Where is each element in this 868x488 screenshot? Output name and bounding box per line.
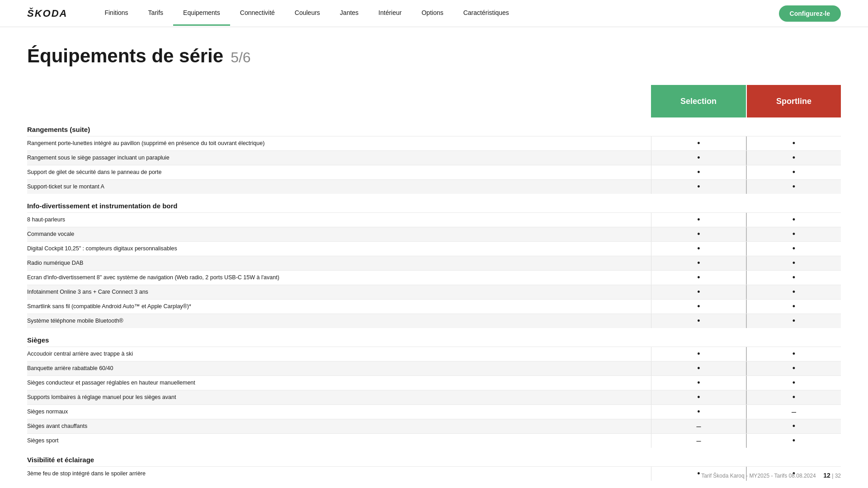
cell-selection: • [651,405,746,419]
cell-feature: Support-ticket sur le montant A [27,180,651,194]
table-row: Support-ticket sur le montant A • • [27,179,841,194]
cell-feature: Sièges conducteur et passager réglables … [27,376,651,390]
page-current: 12 [823,472,830,479]
cell-feature: Système téléphone mobile Bluetooth® [27,314,651,328]
cell-selection: • [651,271,746,285]
section-col-sportline-sieges [746,336,841,344]
cell-feature: Support de gilet de sécurité dans le pan… [27,165,651,179]
cell-selection: • [651,347,746,361]
cell-sportline: • [746,136,841,150]
table-row: Sièges conducteur et passager réglables … [27,375,841,390]
cell-feature: Rangement sous le siège passager incluan… [27,151,651,165]
section-header-sieges: Sièges [27,328,841,347]
cell-sportline: • [746,300,841,314]
section-label-visibilite: Visibilité et éclairage [27,456,651,464]
cell-selection: – [651,434,746,448]
section-col-sportline-rangements [746,126,841,133]
section-col-selection-visibilite [651,456,746,464]
page-title-area: Équipements de série 5/6 [27,45,841,67]
cell-sportline: • [746,213,841,227]
cell-feature: Ecran d'info-divertissement 8" avec syst… [27,271,651,285]
nav-equipements[interactable]: Equipements [173,1,230,26]
cell-sportline: • [746,314,841,328]
cell-feature: Sièges avant chauffants [27,419,651,433]
column-headers: Selection Sportline [27,85,841,117]
cell-feature: Commande vocale [27,227,651,241]
nav-connectivite[interactable]: Connectivité [230,1,285,26]
table-row: Infotainment Online 3 ans + Care Connect… [27,285,841,299]
page-total: 32 [835,473,841,479]
cell-sportline: • [746,151,841,165]
table-row: Sièges sport – • [27,433,841,448]
cell-selection: • [651,285,746,299]
cell-sportline: • [746,434,841,448]
section-col-selection-rangements [651,126,746,133]
cell-selection: • [651,180,746,194]
cell-selection: – [651,419,746,433]
navigation: ŠKODA Finitions Tarifs Equipements Conne… [0,0,868,27]
cell-feature: 8 haut-parleurs [27,213,651,227]
sections-container: Rangements (suite) Rangement porte-lunet… [27,117,841,481]
cell-feature: Rangement porte-lunettes intégré au pavi… [27,136,651,150]
col-header-sportline: Sportline [747,85,841,117]
nav-couleurs[interactable]: Couleurs [285,1,330,26]
section-header-visibilite: Visibilité et éclairage [27,448,841,466]
section-col-sportline-info-divertissement [746,202,841,210]
cell-sportline: – [746,405,841,419]
cell-selection: • [651,361,746,375]
table-row: Sièges avant chauffants – • [27,419,841,433]
table-row: Commande vocale • • [27,227,841,241]
table-row: Rangement porte-lunettes intégré au pavi… [27,136,841,150]
table-row: Supports lombaires à réglage manuel pour… [27,390,841,404]
cell-feature: 3ème feu de stop intégré dans le spoiler… [27,467,651,481]
cell-sportline: • [746,347,841,361]
cell-feature: Infotainment Online 3 ans + Care Connect… [27,285,651,299]
cell-sportline: • [746,390,841,404]
cell-sportline: • [746,376,841,390]
table-row: Ecran d'info-divertissement 8" avec syst… [27,270,841,285]
table-row: Sièges normaux • – [27,404,841,419]
section-header-rangements: Rangements (suite) [27,117,841,136]
cell-selection: • [651,151,746,165]
main-content: Équipements de série 5/6 Selection Sport… [0,27,868,488]
section-label-rangements: Rangements (suite) [27,126,651,133]
cell-sportline: • [746,180,841,194]
nav-jantes[interactable]: Jantes [330,1,368,26]
configure-button[interactable]: Configurez-le [779,5,841,22]
section-col-selection-sieges [651,336,746,344]
nav-caracteristiques[interactable]: Caractéristiques [453,1,519,26]
cell-selection: • [651,256,746,270]
section-col-sportline-visibilite [746,456,841,464]
equipment-table: Selection Sportline Rangements (suite) R… [27,85,841,488]
col-header-empty [27,85,651,117]
table-row: Digital Cockpit 10,25" : compteurs digit… [27,241,841,256]
cell-sportline: • [746,165,841,179]
nav-interieur[interactable]: Intérieur [368,1,411,26]
tarif-text: Tarif Škoda Karoq - MY2025 - Tarifs 08.0… [701,473,816,479]
cell-sportline: • [746,285,841,299]
cell-selection: • [651,213,746,227]
nav-tarifs[interactable]: Tarifs [138,1,173,26]
cell-feature: Supports lombaires à réglage manuel pour… [27,390,651,404]
cell-sportline: • [746,271,841,285]
table-row: Système téléphone mobile Bluetooth® • • [27,314,841,328]
cell-selection: • [651,376,746,390]
cell-feature: Smartlink sans fil (compatible Android A… [27,300,651,314]
cell-sportline: • [746,227,841,241]
nav-finitions[interactable]: Finitions [94,1,138,26]
nav-options[interactable]: Options [411,1,453,26]
logo: ŠKODA [27,8,67,19]
section-label-info-divertissement: Info-divertissement et instrumentation d… [27,202,651,210]
cell-feature: Digital Cockpit 10,25" : compteurs digit… [27,242,651,256]
cell-sportline: • [746,256,841,270]
table-row: Smartlink sans fil (compatible Android A… [27,299,841,314]
cell-selection: • [651,242,746,256]
table-row: 8 haut-parleurs • • [27,212,841,227]
section-label-sieges: Sièges [27,336,651,344]
section-col-selection-info-divertissement [651,202,746,210]
table-row: Accoudoir central arrière avec trappe à … [27,347,841,361]
cell-sportline: • [746,419,841,433]
cell-feature: Sièges sport [27,434,651,448]
cell-selection: • [651,390,746,404]
table-row: Radio numérique DAB • • [27,256,841,270]
